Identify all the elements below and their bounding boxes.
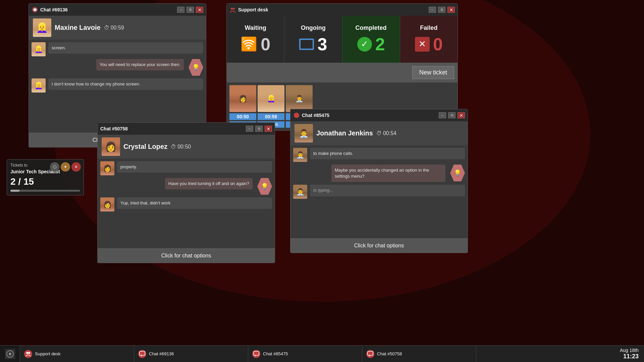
taskbar-date: Aug 18th [620, 348, 639, 353]
support-stats-row: Waiting 🛜 0 Ongoing 3 Completed ✓ 2 Fail… [227, 16, 458, 63]
jonathan-msg-1: to make phone calls. [293, 148, 465, 162]
chat-jonathan-minimize[interactable]: ─ [439, 112, 446, 118]
msg1-text: screen. [48, 42, 203, 54]
chat-msg-2: You will need to replace your screen the… [96, 59, 203, 76]
agent-50758-avatar [229, 85, 256, 112]
agent-card-50758[interactable]: 00:50 #50758 [229, 85, 256, 128]
chat-crystal-close[interactable]: ✕ [265, 126, 272, 132]
stat-failed: Failed ✕ 0 [400, 16, 458, 63]
svg-point-8 [26, 352, 28, 354]
chat-crystal-footer[interactable]: Click for chat options [98, 248, 275, 263]
stat-completed-label: Completed [356, 24, 387, 32]
crystal-timer: ⏱ 00:50 [171, 144, 191, 150]
maxine-timer-value: 00:59 [111, 25, 124, 31]
jonathan-msg3-avatar [293, 185, 307, 199]
chat-jonathan-window: Chat #85475 ─ ⧉ ✕ Jonathan Jenkins ⏱ 00:… [290, 109, 468, 253]
maxine-name: Maxine Lavoie [55, 24, 101, 32]
chat-crystal-title: Chat #50758 [100, 126, 244, 131]
new-ticket-button[interactable]: New ticket [412, 66, 454, 79]
taskbar-chat85475-label: Chat #85475 [263, 351, 288, 356]
chat-msg-1: screen. [32, 42, 203, 56]
ticket-close-btn[interactable]: ✕ [71, 162, 81, 172]
msg2-text: You will need to replace your screen the… [96, 59, 184, 70]
chat-jonathan-title: Chat #85475 [302, 113, 437, 118]
jonathan-timer-value: 00:54 [383, 130, 396, 136]
chat-msg-3: I don't know how to change my phone scre… [32, 78, 203, 93]
chat-maxine-close[interactable]: ✕ [196, 7, 203, 13]
msg3-avatar [32, 78, 46, 93]
support-minimize-btn[interactable]: ─ [429, 7, 436, 13]
taskbar-chat69136-icon [138, 350, 146, 358]
taskbar-chat69136-label: Chat #69136 [149, 351, 174, 356]
taskbar-chat50758-icon [366, 350, 374, 358]
chat-crystal-window: Chat #50758 ─ ⧉ ✕ Crystal Lopez ⏱ 00:50 … [97, 122, 275, 263]
stat-waiting-value: 0 [261, 34, 270, 54]
agent-card-69136[interactable]: 00:59 #69136 [258, 85, 284, 128]
crystal-msg-2: Have you tried turning it off and on aga… [165, 178, 272, 195]
chat-crystal-titlebar: Chat #50758 ─ ⧉ ✕ [98, 123, 275, 135]
chat-jonathan-close[interactable]: ✕ [458, 112, 465, 118]
crystal-msg-1: properly. [100, 161, 272, 175]
taskbar-item-support[interactable]: Support desk [20, 346, 134, 362]
support-close-btn[interactable]: ✕ [447, 7, 455, 13]
chat-crystal-minimize[interactable]: ─ [246, 126, 253, 132]
chat-maxine-body: screen. You will need to replace your sc… [29, 40, 206, 133]
tickets-count: 2 / 15 [10, 176, 80, 187]
svg-point-7 [9, 353, 11, 355]
chat-maxine-maximize[interactable]: ⧉ [186, 7, 194, 13]
svg-point-9 [28, 352, 30, 354]
chat-jonathan-maximize[interactable]: ⧉ [448, 112, 455, 118]
stat-completed-content: ✓ 2 [357, 34, 385, 54]
chat-crystal-header: Crystal Lopez ⏱ 00:50 [98, 135, 275, 159]
tickets-progress-fill [10, 190, 19, 192]
stat-failed-label: Failed [420, 24, 437, 32]
new-ticket-bar: New ticket [227, 63, 458, 82]
agent-69136-avatar [258, 85, 284, 112]
taskbar-chat85475-icon [252, 350, 260, 358]
chat-maxine-titlebar: 💬 Chat #69136 ─ ⧉ ✕ [29, 4, 206, 16]
tickets-progress-bar [10, 190, 80, 192]
chat-maxine-icon: 💬 [32, 6, 38, 13]
chat-crystal-maximize[interactable]: ⧉ [255, 126, 263, 132]
chat-maxine-title: Chat #69136 [40, 7, 175, 12]
jonathan-name: Jonathan Jenkins [316, 129, 373, 137]
ticket-action-btn-1[interactable]: ⬡ [50, 162, 59, 172]
jonathan-lightbulb-icon: 💡 [450, 165, 465, 181]
stat-waiting-content: 🛜 0 [240, 34, 270, 54]
jonathan-msg2-text: Maybe you accidentally changed an option… [331, 165, 445, 182]
taskbar-item-chat50758[interactable]: Chat #50758 [362, 346, 476, 362]
support-maximize-btn[interactable]: ⧉ [438, 7, 445, 13]
chat-jonathan-footer[interactable]: Click for chat options [290, 238, 468, 253]
checkmark-icon: ✓ [357, 37, 372, 52]
crystal-name: Crystal Lopez [123, 143, 167, 150]
agent-85475-avatar [286, 85, 313, 112]
jonathan-msg3-text: Is typing... [310, 185, 465, 196]
support-desk-icon [229, 6, 236, 13]
agent-69136-timer: 00:59 [258, 113, 284, 120]
tickets-panel: ⬡ ✦ ✕ Tickets to Junior Tech Specialist … [7, 159, 84, 195]
svg-point-1 [233, 8, 235, 10]
agent-lightbulb-icon: 💡 [189, 59, 203, 76]
clock-icon-3: ⏱ [376, 130, 382, 136]
stat-ongoing-content: 3 [299, 34, 327, 54]
taskbar-item-chat69136[interactable]: Chat #69136 [134, 346, 248, 362]
stat-failed-value: 0 [433, 34, 443, 54]
maxine-timer: ⏱ 00:59 [104, 25, 124, 31]
stat-ongoing-label: Ongoing [301, 24, 326, 32]
svg-rect-12 [368, 351, 373, 355]
taskbar-item-chat85475[interactable]: Chat #85475 [248, 346, 362, 362]
taskbar-clock: Aug 18th 11:23 [614, 348, 644, 360]
crystal-timer-value: 00:50 [177, 144, 191, 150]
stat-ongoing-value: 3 [317, 34, 327, 54]
taskbar-app-icon[interactable] [0, 346, 20, 362]
ticket-action-btn-2[interactable]: ✦ [61, 162, 70, 172]
taskbar-time: 11:23 [620, 353, 639, 360]
stat-ongoing: Ongoing 3 [284, 16, 342, 63]
clock-icon-2: ⏱ [171, 144, 176, 150]
clock-icon: ⏱ [104, 25, 109, 31]
svg-point-0 [231, 8, 233, 10]
screen-icon [299, 39, 314, 50]
support-desk-title: Support desk [238, 7, 427, 12]
jonathan-msg-3: Is typing... [293, 185, 465, 199]
chat-maxine-minimize[interactable]: ─ [177, 7, 184, 13]
